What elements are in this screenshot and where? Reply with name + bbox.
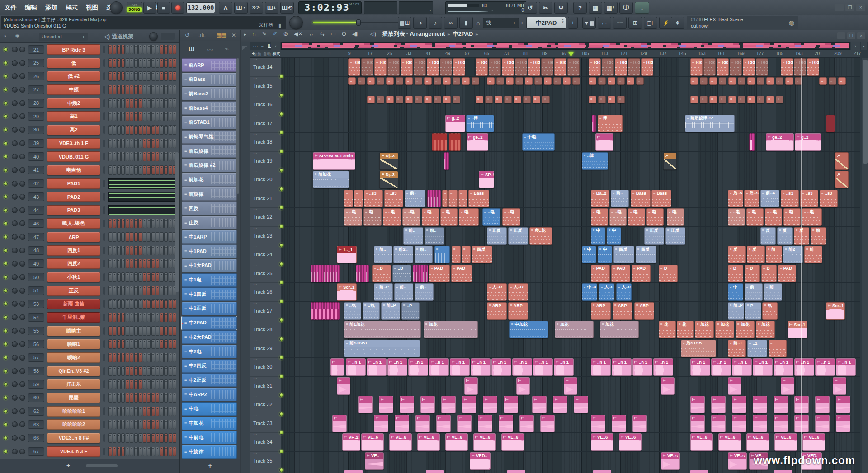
- step-cell[interactable]: [121, 246, 125, 255]
- playlist-clip[interactable]: ⊢: [516, 377, 530, 395]
- step-cell[interactable]: [108, 313, 112, 322]
- step-cell[interactable]: [108, 407, 112, 416]
- channel-name-button[interactable]: 正反: [47, 286, 100, 296]
- step-cell[interactable]: [130, 366, 133, 376]
- step-cell[interactable]: [113, 433, 116, 443]
- playlist-clip[interactable]: ⊢..h 1: [774, 358, 793, 376]
- step-cell[interactable]: [126, 353, 129, 362]
- channel-name-button[interactable]: 电吉他: [47, 165, 100, 175]
- channel-name-button[interactable]: VDE3..h 8 F#: [47, 433, 100, 443]
- pan-knob[interactable]: [12, 328, 18, 334]
- channel-name-button[interactable]: 唢呐2: [47, 352, 100, 363]
- step-cell[interactable]: [117, 58, 121, 68]
- channel-filter-selector[interactable]: Unsorted▸: [39, 33, 88, 41]
- step-cell[interactable]: [126, 339, 129, 349]
- playlist-window-button[interactable]: ≡≡: [613, 17, 627, 29]
- playlist-clip[interactable]: ⊢: [504, 396, 518, 413]
- channel-name-button[interactable]: PAD1: [47, 178, 100, 189]
- step-cell[interactable]: [113, 447, 116, 456]
- playlist-clip[interactable]: ≡中电: [522, 133, 555, 151]
- master-volume-slider[interactable]: [312, 22, 401, 23]
- playlist-clip[interactable]: ≡: [608, 96, 615, 103]
- picker-tab-音频[interactable]: 音频: [254, 52, 261, 57]
- step-cell[interactable]: [160, 125, 164, 135]
- channel-number[interactable]: 62: [28, 407, 44, 416]
- channel-number[interactable]: 42: [28, 179, 44, 188]
- step-cell[interactable]: [156, 393, 159, 403]
- tab-audio-icon[interactable]: 〰: [207, 45, 213, 54]
- step-cell[interactable]: [134, 139, 138, 148]
- track-led[interactable]: [279, 431, 283, 435]
- playlist-clip[interactable]: ≡Ride: [743, 58, 755, 76]
- playlist-clip[interactable]: ≡Ride: [628, 58, 640, 76]
- playlist-clip[interactable]: ≡电: [628, 208, 645, 226]
- pattern-item[interactable]: ≡中1电: [182, 273, 237, 287]
- channel-rack-button[interactable]: ▤Ш: [398, 17, 411, 29]
- step-cell[interactable]: [169, 165, 172, 175]
- playlist-clip[interactable]: ≡PAD: [611, 265, 630, 282]
- pan-knob[interactable]: [12, 127, 18, 133]
- channel-led[interactable]: [4, 422, 8, 426]
- volume-knob[interactable]: [19, 220, 25, 226]
- playlist-clip[interactable]: ≡中: [591, 227, 605, 245]
- playlist-clip[interactable]: ≡: [367, 77, 375, 85]
- playlist-clip[interactable]: ≡: [458, 190, 467, 207]
- playlist-clip[interactable]: ≡Ride: [528, 58, 540, 76]
- step-cell[interactable]: [147, 407, 151, 416]
- channel-led[interactable]: [4, 342, 8, 346]
- step-cell[interactable]: [160, 326, 164, 336]
- pan-knob[interactable]: [12, 113, 18, 119]
- playlist-clip[interactable]: ≡: [747, 96, 755, 103]
- step-cell[interactable]: [121, 420, 125, 429]
- step-cell[interactable]: [113, 45, 116, 54]
- step-cell[interactable]: [143, 139, 146, 148]
- pattern-item[interactable]: ≡中2电: [182, 345, 237, 358]
- picker-tab-样式[interactable]: 样式: [273, 52, 280, 57]
- channel-led[interactable]: [4, 302, 8, 306]
- playlist-clip[interactable]: ≡前..: [374, 246, 392, 263]
- step-cell[interactable]: [169, 313, 172, 322]
- playlist-clip[interactable]: ⊢..h 1: [632, 358, 652, 376]
- playlist-clip[interactable]: ≡Ride: [554, 58, 566, 76]
- playlist-clip[interactable]: ≡花: [659, 321, 676, 338]
- playlist-clip[interactable]: ≡..律: [582, 152, 608, 170]
- step-cell[interactable]: [169, 433, 172, 443]
- step-cell[interactable]: [126, 313, 129, 322]
- playlist-clip[interactable]: ⊢..h 1: [450, 358, 470, 376]
- track-lane[interactable]: ≡前加花↗Dj..3⊢SP..#↗: [281, 170, 860, 189]
- add-pattern-button[interactable]: +: [568, 17, 578, 29]
- playlist-clip[interactable]: ⊢..h 1: [491, 358, 511, 376]
- step-cell[interactable]: [160, 45, 164, 54]
- playlist-clip[interactable]: ≡律: [598, 115, 623, 132]
- step-cell[interactable]: [117, 139, 121, 148]
- step-cell[interactable]: [113, 313, 116, 322]
- step-cell[interactable]: [117, 299, 121, 309]
- step-cell[interactable]: [164, 58, 168, 68]
- playlist-clip[interactable]: ≡Ride: [515, 58, 527, 76]
- volume-knob[interactable]: [19, 355, 25, 361]
- step-cell[interactable]: [130, 71, 133, 81]
- playlist-clip[interactable]: ≡反: [760, 227, 776, 245]
- step-cell[interactable]: [130, 45, 133, 54]
- playlist-clip[interactable]: ≡..氛: [344, 302, 361, 320]
- step-cell[interactable]: [164, 339, 168, 349]
- step-cell[interactable]: [138, 379, 142, 389]
- menu-添加[interactable]: 添加: [45, 4, 57, 12]
- step-cell[interactable]: [156, 299, 159, 309]
- track-label[interactable]: Track 34: [250, 433, 281, 452]
- step-cell[interactable]: [134, 420, 138, 429]
- step-cell[interactable]: [121, 45, 125, 54]
- step-cell[interactable]: [173, 393, 176, 403]
- step-cell[interactable]: [169, 85, 172, 94]
- playlist-vertical-scrollbar[interactable]: [862, 58, 868, 473]
- step-cell[interactable]: [108, 71, 112, 81]
- playlist-clip[interactable]: ≡..P: [401, 302, 420, 320]
- step-cell[interactable]: [134, 272, 138, 282]
- step-cell[interactable]: [173, 433, 176, 443]
- playlist-clip[interactable]: ≡: [515, 77, 523, 85]
- info-button[interactable]: ⓘ: [619, 2, 633, 14]
- playlist-clip[interactable]: ≡: [776, 77, 783, 85]
- step-cell[interactable]: [130, 393, 133, 403]
- touch-controller-button[interactable]: ❖: [671, 17, 684, 29]
- playlist-clip[interactable]: ⊢VE..6: [389, 433, 412, 451]
